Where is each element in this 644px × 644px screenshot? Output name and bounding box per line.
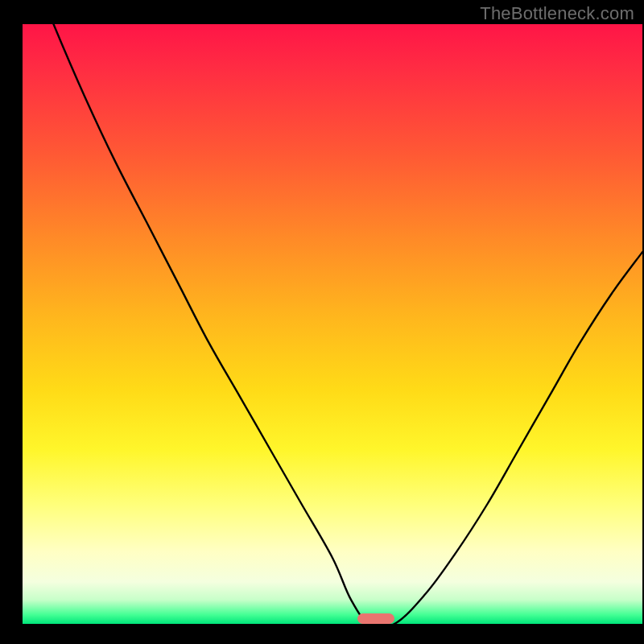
- bottleneck-chart: TheBottleneck.com: [0, 0, 644, 644]
- optimal-point-marker: [357, 613, 394, 624]
- curve-layer: [23, 24, 642, 624]
- watermark-text: TheBottleneck.com: [480, 3, 634, 24]
- bottleneck-curve-path: [23, 24, 642, 624]
- plot-area: [23, 24, 642, 624]
